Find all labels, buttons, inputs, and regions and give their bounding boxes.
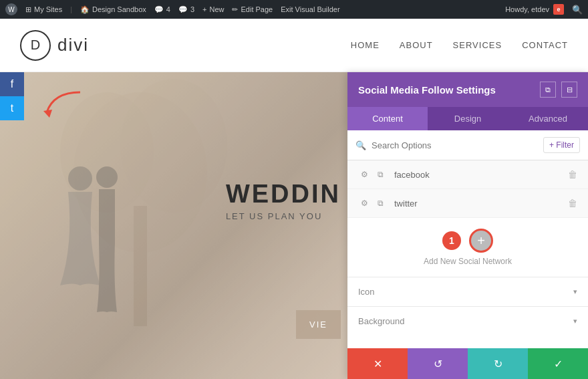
settings-header-icons: ⧉ ⊟ [540, 82, 577, 98]
new-icon: + [202, 5, 206, 13]
design-sandbox-label: Design Sandbox [92, 5, 146, 13]
network-item-twitter: ⚙ ⧉ twitter 🗑 [347, 189, 588, 218]
my-sites-icon: ⊞ [25, 5, 31, 14]
save-button[interactable]: ✓ [528, 348, 588, 379]
filter-button[interactable]: + Filter [543, 137, 580, 153]
copy-icon[interactable]: ⧉ [374, 168, 386, 180]
edit-page-link[interactable]: ✏ Edit Page [232, 5, 273, 14]
exit-builder-label: Exit Visual Builder [281, 5, 339, 13]
network-item-icons: ⚙ ⧉ [358, 168, 386, 180]
tab-content[interactable]: Content [347, 107, 428, 130]
wedding-image [0, 72, 347, 379]
search-icon: 🔍 [355, 140, 366, 150]
design-sandbox-link[interactable]: 🏠 Design Sandbox [80, 5, 146, 14]
save-icon: ✓ [554, 358, 563, 370]
icon-title: Icon [358, 287, 375, 297]
comments-link[interactable]: 💬 4 [154, 5, 170, 14]
exit-builder-link[interactable]: Exit Visual Builder [281, 5, 339, 13]
tab-design[interactable]: Design [428, 107, 508, 130]
add-network-button[interactable]: + [469, 229, 493, 253]
network-name: facebook [394, 170, 568, 180]
tab-advanced[interactable]: Advanced [508, 107, 588, 130]
howdy-label: Howdy, etdev [505, 5, 549, 13]
nav-contact[interactable]: Contact [522, 40, 568, 50]
add-network-section: 1 + Add New Social Network [347, 218, 588, 277]
restore-icon[interactable]: ⧉ [540, 82, 556, 98]
site-nav: Home About Services Contact [351, 40, 568, 50]
page-content: f t WEDDIN LET US PLAN YOU VIE [0, 72, 347, 379]
cancel-button[interactable]: ✕ [347, 348, 408, 379]
copy-icon-2[interactable]: ⧉ [374, 197, 386, 209]
wedding-subtitle: LET US PLAN YOU [226, 211, 341, 221]
comments2-icon: 💬 [178, 5, 188, 14]
design-sandbox-icon: 🏠 [80, 5, 90, 14]
new-label: New [209, 5, 224, 13]
add-network-row: 1 + [442, 229, 493, 253]
my-sites-menu[interactable]: ⊞ My Sites [25, 5, 62, 14]
redo-icon: ↻ [494, 358, 502, 370]
delete-twitter[interactable]: 🗑 [568, 198, 577, 209]
logo-text: divi [57, 35, 89, 55]
step-badge: 1 [442, 231, 461, 250]
network-item-facebook: ⚙ ⧉ facebook 🗑 [347, 160, 588, 189]
network-item-icons-2: ⚙ ⧉ [358, 197, 386, 209]
network-name-2: twitter [394, 199, 568, 209]
icon-chevron: ▾ [573, 287, 577, 296]
settings-icon-2[interactable]: ⚙ [358, 197, 370, 209]
comments-count: 4 [166, 5, 170, 13]
my-sites-label: My Sites [34, 5, 62, 13]
wp-icon[interactable]: W [5, 3, 17, 15]
comments2-link[interactable]: 💬 3 [178, 5, 194, 14]
image-overlay [0, 72, 347, 379]
delete-facebook[interactable]: 🗑 [568, 169, 577, 180]
background-chevron: ▾ [573, 317, 577, 326]
nav-services[interactable]: Services [453, 40, 502, 50]
main-area: f t WEDDIN LET US PLAN YOU VIE Social Me… [0, 72, 588, 379]
settings-title: Social Media Follow Settings [358, 84, 496, 96]
edit-page-label: Edit Page [241, 5, 273, 13]
howdy-section: Howdy, etdev e [505, 4, 564, 15]
bottom-toolbar: ✕ ↺ ↻ ✓ [347, 348, 588, 379]
new-link[interactable]: + New [202, 5, 224, 13]
undo-icon: ↺ [434, 358, 442, 370]
user-avatar[interactable]: e [553, 4, 564, 15]
site-header: D divi Home About Services Contact [0, 19, 588, 72]
background-accordion-header[interactable]: Background ▾ [347, 307, 588, 336]
twitter-icon[interactable]: t [0, 96, 24, 120]
admin-bar: W ⊞ My Sites | 🏠 Design Sandbox 💬 4 💬 3 … [0, 0, 588, 19]
background-section: Background ▾ [347, 306, 588, 336]
nav-home[interactable]: Home [351, 40, 380, 50]
expand-icon[interactable]: ⊟ [561, 82, 577, 98]
search-input[interactable] [372, 140, 538, 150]
settings-tabs: Content Design Advanced [347, 107, 588, 130]
background-title: Background [358, 316, 404, 326]
redo-button[interactable]: ↻ [468, 348, 528, 379]
facebook-icon[interactable]: f [0, 72, 24, 96]
settings-header: Social Media Follow Settings ⧉ ⊟ [347, 72, 588, 107]
search-icon[interactable]: 🔍 [572, 5, 583, 15]
logo-circle: D [20, 30, 51, 61]
nav-about[interactable]: About [400, 40, 433, 50]
wedding-text: WEDDIN LET US PLAN YOU [226, 180, 341, 221]
comments-icon: 💬 [154, 5, 164, 14]
settings-panel: Social Media Follow Settings ⧉ ⊟ Content… [347, 72, 588, 379]
view-button[interactable]: VIE [296, 310, 341, 339]
logo-letter: D [31, 37, 40, 53]
site-logo: D divi [20, 30, 89, 61]
comments2-count: 3 [190, 5, 194, 13]
add-network-label: Add New Social Network [424, 257, 512, 266]
undo-button[interactable]: ↺ [408, 348, 468, 379]
network-list: ⚙ ⧉ facebook 🗑 ⚙ ⧉ twitter 🗑 1 + [347, 160, 588, 379]
edit-icon: ✏ [232, 5, 238, 14]
settings-search: 🔍 + Filter [347, 130, 588, 160]
social-icons: f t [0, 72, 24, 120]
settings-icon[interactable]: ⚙ [358, 168, 370, 180]
cancel-icon: ✕ [374, 358, 382, 370]
icon-accordion-header[interactable]: Icon ▾ [347, 277, 588, 306]
wedding-title: WEDDIN [226, 180, 341, 209]
icon-section: Icon ▾ [347, 277, 588, 306]
